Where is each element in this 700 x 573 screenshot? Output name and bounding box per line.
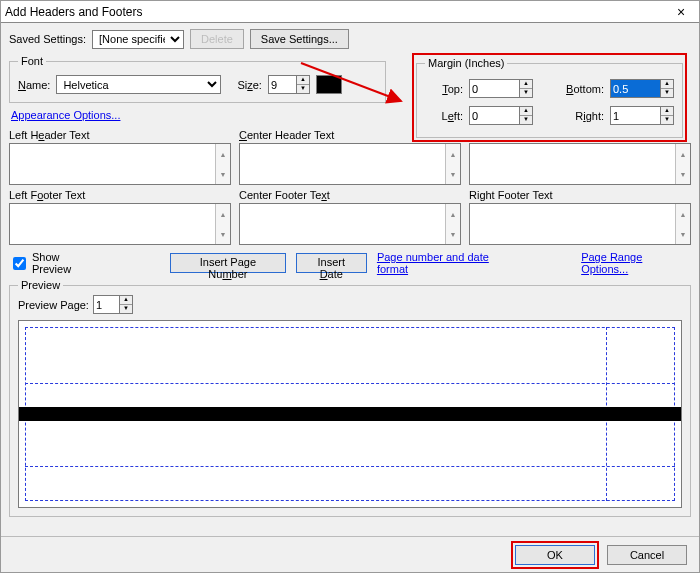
preview-legend: Preview <box>18 279 63 291</box>
close-icon[interactable]: × <box>667 4 695 20</box>
right-footer-input[interactable]: ▲▼ <box>469 203 691 245</box>
cancel-button[interactable]: Cancel <box>607 545 687 565</box>
show-preview-checkbox[interactable]: Show Preview <box>9 251 101 275</box>
saved-settings-select[interactable]: [None specified] <box>92 30 184 49</box>
font-name-select[interactable]: Helvetica <box>56 75 221 94</box>
mid-row: Show Preview Insert Page Number Insert D… <box>9 251 691 275</box>
font-legend: Font <box>18 55 46 67</box>
saved-settings-row: Saved Settings: [None specified] Delete … <box>9 29 691 49</box>
font-size-label: Size: <box>237 79 261 91</box>
content: Saved Settings: [None specified] Delete … <box>1 23 699 536</box>
dialog-footer: OK Cancel <box>1 536 699 572</box>
center-footer-label: Center Footer Text <box>239 189 461 201</box>
insert-date-button[interactable]: Insert Date <box>296 253 367 273</box>
ok-highlight: OK <box>511 541 599 569</box>
margin-top-label: Top: <box>425 83 463 95</box>
right-header-input[interactable]: ▲▼ <box>469 143 691 185</box>
margin-top-spinner[interactable]: ▲▼ <box>469 79 533 98</box>
margin-bottom-spinner[interactable]: ▲▼ <box>610 79 674 98</box>
center-footer-input[interactable]: ▲▼ <box>239 203 461 245</box>
left-footer-label: Left Footer Text <box>9 189 231 201</box>
preview-group: Preview Preview Page: ▲▼ <box>9 279 691 517</box>
spin-down-icon[interactable]: ▼ <box>297 85 309 93</box>
preview-canvas <box>18 320 682 508</box>
ok-button[interactable]: OK <box>515 545 595 565</box>
left-header-input[interactable]: ▲▼ <box>9 143 231 185</box>
left-header-label: Left Header Text <box>9 129 231 141</box>
margin-right-label: Right: <box>556 110 604 122</box>
dialog-title: Add Headers and Footers <box>5 5 667 19</box>
left-footer-input[interactable]: ▲▼ <box>9 203 231 245</box>
margin-right-spinner[interactable]: ▲▼ <box>610 106 674 125</box>
font-color-swatch[interactable] <box>316 75 342 94</box>
margin-legend: Margin (Inches) <box>425 57 507 69</box>
margin-group: Margin (Inches) Top: ▲▼ Bottom: ▲▼ Left:… <box>416 57 683 138</box>
delete-button[interactable]: Delete <box>190 29 244 49</box>
page-range-link[interactable]: Page Range Options... <box>581 251 691 275</box>
saved-settings-label: Saved Settings: <box>9 33 86 45</box>
preview-page-spinner[interactable]: ▲▼ <box>93 295 133 314</box>
font-group: Font Name: Helvetica Size: ▲▼ <box>9 55 386 103</box>
dialog: Add Headers and Footers × Saved Settings… <box>0 0 700 573</box>
format-link[interactable]: Page number and date format <box>377 251 521 275</box>
area-row-footers: Left Footer Text ▲▼ Center Footer Text ▲… <box>9 189 691 245</box>
margin-left-spinner[interactable]: ▲▼ <box>469 106 533 125</box>
right-footer-label: Right Footer Text <box>469 189 691 201</box>
font-size-input[interactable] <box>268 75 296 94</box>
margin-bottom-label: Bottom: <box>556 83 604 95</box>
insert-page-number-button[interactable]: Insert Page Number <box>170 253 285 273</box>
font-name-label: Name: <box>18 79 50 91</box>
titlebar: Add Headers and Footers × <box>1 1 699 23</box>
font-size-spinner[interactable]: ▲▼ <box>268 75 310 94</box>
save-settings-button[interactable]: Save Settings... <box>250 29 349 49</box>
preview-page-label: Preview Page: <box>18 299 89 311</box>
margin-highlight: Margin (Inches) Top: ▲▼ Bottom: ▲▼ Left:… <box>412 53 687 142</box>
margin-left-label: Left: <box>425 110 463 122</box>
center-header-input[interactable]: ▲▼ <box>239 143 461 185</box>
spin-up-icon[interactable]: ▲ <box>297 76 309 85</box>
